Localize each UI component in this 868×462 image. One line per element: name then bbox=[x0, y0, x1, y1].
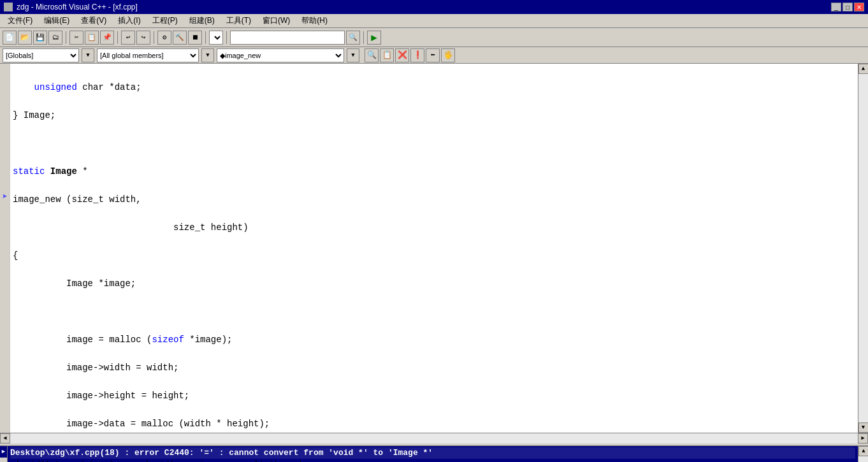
title-text: zdg - Microsoft Visual C++ - [xf.cpp] bbox=[4, 3, 138, 11]
menu-window[interactable]: 窗口(W) bbox=[257, 14, 295, 27]
search-btn[interactable]: 🔍 bbox=[346, 31, 360, 45]
code-content[interactable]: unsigned char *data; } Image; static Ima… bbox=[0, 64, 858, 433]
output-line-2: 'void*' to pointer to non-'void' require… bbox=[10, 459, 855, 462]
output-left-indicator: ▶ bbox=[0, 446, 8, 462]
build-btn[interactable]: 🔨 bbox=[173, 31, 187, 45]
menu-project[interactable]: 工程(P) bbox=[147, 14, 183, 27]
hscroll-left-btn[interactable]: ◄ bbox=[0, 433, 10, 444]
nav-icon-3[interactable]: ❌ bbox=[395, 48, 409, 62]
code-line-3 bbox=[13, 136, 851, 150]
save-all-btn[interactable]: 🗂 bbox=[48, 31, 62, 45]
code-line-11: image->width = width; bbox=[13, 361, 851, 375]
code-line-9 bbox=[13, 305, 851, 319]
toolbar: 📄 📂 💾 🗂 ✂ 📋 📌 ↩ ↪ ⚙ 🔨 ⏹ 🔍 ▶ bbox=[0, 28, 868, 47]
stop-btn[interactable]: ⏹ bbox=[188, 31, 202, 45]
code-line-8: Image *image; bbox=[13, 277, 851, 291]
code-line-5: image_new (size_t width, bbox=[13, 192, 851, 206]
nav-icon-6[interactable]: 🖐 bbox=[441, 48, 455, 62]
minimize-button[interactable]: _ bbox=[831, 3, 841, 11]
sep6 bbox=[363, 31, 364, 44]
sep5 bbox=[226, 31, 227, 44]
code-line-12: image->height = height; bbox=[13, 389, 851, 403]
menu-tools[interactable]: 工具(T) bbox=[221, 14, 256, 27]
code-line-2: } Image; bbox=[13, 108, 851, 122]
redo-btn[interactable]: ↪ bbox=[136, 31, 150, 45]
undo-btn[interactable]: ↩ bbox=[121, 31, 135, 45]
close-button[interactable]: ✕ bbox=[854, 3, 864, 11]
title-bar: zdg - Microsoft Visual C++ - [xf.cpp] _ … bbox=[0, 0, 868, 14]
function-dropdown[interactable]: ◆image_new bbox=[217, 48, 344, 62]
hscroll-track[interactable] bbox=[10, 433, 858, 444]
app-icon bbox=[4, 3, 13, 11]
nav-icons: 🔍 📋 ❌ ❗ ⬅ 🖐 bbox=[365, 48, 455, 62]
function-dropdown-btn[interactable]: ▼ bbox=[347, 48, 359, 62]
output-scrollbar[interactable]: ▲ ▼ bbox=[858, 446, 868, 462]
save-btn[interactable]: 💾 bbox=[33, 31, 47, 45]
debug-btn[interactable]: ▶ bbox=[367, 31, 381, 45]
scroll-up-btn[interactable]: ▲ bbox=[858, 64, 869, 74]
scope-dropdown[interactable]: [Globals] bbox=[3, 48, 79, 62]
members-dropdown[interactable]: [All global members] bbox=[97, 48, 199, 62]
paste-btn[interactable]: 📌 bbox=[100, 31, 114, 45]
scroll-track[interactable] bbox=[858, 74, 869, 422]
sep1 bbox=[66, 31, 66, 44]
output-scroll-up[interactable]: ▲ bbox=[858, 446, 868, 456]
code-line-7: { bbox=[13, 249, 851, 263]
code-editor[interactable]: ➤ unsigned char *data; } Image; static I… bbox=[0, 64, 858, 433]
compile-btn[interactable]: ⚙ bbox=[157, 31, 171, 45]
menu-file[interactable]: 文件(F) bbox=[3, 14, 38, 27]
right-scrollbar[interactable]: ▲ ▼ bbox=[858, 64, 868, 433]
menu-view[interactable]: 查看(V) bbox=[76, 14, 112, 27]
open-btn[interactable]: 📂 bbox=[18, 31, 32, 45]
config-combo[interactable] bbox=[209, 31, 223, 45]
menu-build[interactable]: 组建(B) bbox=[184, 14, 220, 27]
output-content: Desktop\zdg\xf.cpp(18) : error C2440: '=… bbox=[8, 446, 858, 462]
scope-dropdown-btn[interactable]: ▼ bbox=[82, 48, 94, 62]
copy-btn[interactable]: 📋 bbox=[85, 31, 99, 45]
editor-hscrollbar[interactable]: ◄ ► bbox=[0, 433, 868, 443]
output-panel: ▶ Desktop\zdg\xf.cpp(18) : error C2440: … bbox=[0, 446, 868, 462]
search-input[interactable] bbox=[230, 31, 345, 45]
new-btn[interactable]: 📄 bbox=[3, 31, 17, 45]
code-line-4: static Image * bbox=[13, 164, 851, 178]
debug-arrow: ➤ bbox=[0, 190, 10, 204]
nav-icon-4[interactable]: ❗ bbox=[410, 48, 424, 62]
code-line-1: unsigned char *data; bbox=[13, 80, 851, 94]
dropdown-row: [Globals] ▼ [All global members] ▼ ◆imag… bbox=[0, 47, 868, 64]
hscroll-right-btn[interactable]: ► bbox=[858, 433, 868, 444]
sep2 bbox=[117, 31, 118, 44]
output-scroll-track[interactable] bbox=[858, 456, 868, 462]
main-area: ➤ unsigned char *data; } Image; static I… bbox=[0, 64, 868, 433]
menu-help[interactable]: 帮助(H) bbox=[296, 14, 333, 27]
code-line-6: size_t height) bbox=[13, 220, 851, 235]
left-margin: ➤ bbox=[0, 64, 10, 433]
cut-btn[interactable]: ✂ bbox=[69, 31, 83, 45]
menu-edit[interactable]: 编辑(E) bbox=[39, 14, 75, 27]
members-dropdown-btn[interactable]: ▼ bbox=[201, 48, 214, 62]
sep4 bbox=[205, 31, 206, 44]
scroll-down-btn[interactable]: ▼ bbox=[858, 422, 869, 433]
window-title: zdg - Microsoft Visual C++ - [xf.cpp] bbox=[17, 3, 138, 11]
menu-insert[interactable]: 插入(I) bbox=[113, 14, 145, 27]
nav-icon-1[interactable]: 🔍 bbox=[365, 48, 379, 62]
code-line-13: image->data = malloc (width * height); bbox=[13, 417, 851, 431]
output-line-1: Desktop\zdg\xf.cpp(18) : error C2440: '=… bbox=[10, 447, 855, 459]
maximize-button[interactable]: □ bbox=[843, 3, 853, 11]
nav-icon-2[interactable]: 📋 bbox=[380, 48, 394, 62]
menu-bar: 文件(F) 编辑(E) 查看(V) 插入(I) 工程(P) 组建(B) 工具(T… bbox=[0, 14, 868, 28]
nav-icon-5[interactable]: ⬅ bbox=[426, 48, 440, 62]
code-line-10: image = malloc (sizeof *image); bbox=[13, 333, 851, 347]
output-main: Desktop\zdg\xf.cpp(18) : error C2440: '=… bbox=[8, 446, 858, 462]
window-controls: _ □ ✕ bbox=[831, 3, 864, 11]
sep3 bbox=[154, 31, 154, 44]
